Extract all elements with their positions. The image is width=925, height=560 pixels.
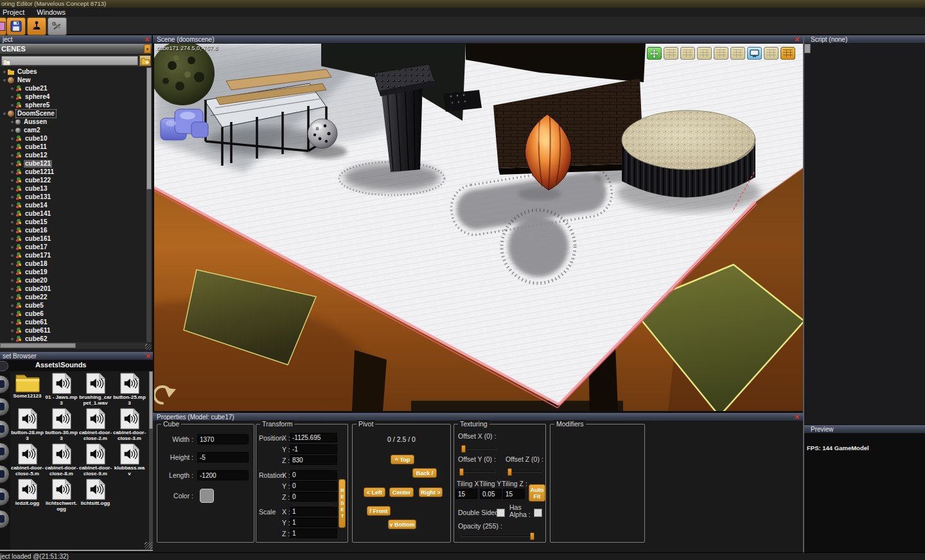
pivot-right-button[interactable]: Right >: [419, 487, 443, 497]
tree-item[interactable]: cube131: [0, 193, 146, 201]
expander-dot[interactable]: [11, 238, 13, 240]
expander-dot[interactable]: [11, 137, 13, 140]
asset-item[interactable]: button-25.mp3: [113, 372, 146, 408]
color-swatch[interactable]: [200, 489, 214, 503]
menu-windows[interactable]: Windows: [31, 8, 71, 17]
expander-dot[interactable]: [11, 129, 13, 132]
scene-toolbar-button[interactable]: [697, 47, 712, 60]
expander-dot[interactable]: [11, 96, 13, 98]
tiling-x-field[interactable]: [455, 489, 477, 499]
tree-item[interactable]: cube201: [0, 284, 146, 293]
asset-item[interactable]: button-28.mp3: [11, 408, 44, 443]
has-alpha-checkbox[interactable]: [534, 509, 542, 517]
scene-toolbar-button[interactable]: [747, 47, 762, 60]
asset-side-button[interactable]: [0, 510, 10, 529]
asset-item[interactable]: Some12123: [11, 372, 44, 408]
offset-y-slider[interactable]: [459, 468, 496, 475]
menu-project[interactable]: Project: [0, 8, 30, 17]
pivot-center-button[interactable]: Center: [389, 487, 414, 497]
tree-item[interactable]: cube12: [0, 151, 146, 159]
asset-back-button[interactable]: [0, 361, 8, 371]
tree-item[interactable]: sphere4: [0, 92, 146, 101]
position-x-field[interactable]: [290, 433, 337, 442]
new-button[interactable]: [0, 17, 6, 35]
asset-item[interactable]: 01 - Jaws.mp3: [45, 372, 78, 408]
asset-item[interactable]: klubbass.wav: [113, 443, 146, 478]
asset-item[interactable]: brushing_carpet_1.wav: [79, 372, 112, 408]
expander-dot[interactable]: [11, 162, 13, 165]
tree-item[interactable]: cube5: [0, 301, 146, 310]
pivot-top-button[interactable]: ^ Top: [391, 455, 414, 464]
expander-dot[interactable]: [11, 304, 13, 307]
tree-item[interactable]: sphere5: [0, 101, 146, 109]
height-field[interactable]: [197, 452, 249, 462]
expander-dot[interactable]: [11, 221, 13, 223]
expander-dot[interactable]: [11, 279, 13, 282]
tree-item[interactable]: cube19: [0, 268, 146, 276]
tree-item[interactable]: cube121: [0, 159, 146, 168]
asset-item[interactable]: lichtsitt.ogg: [79, 478, 112, 514]
scene-filter-input[interactable]: [1, 56, 138, 66]
expander-dot[interactable]: [3, 71, 6, 73]
opacity-slider[interactable]: [461, 532, 534, 539]
asset-item[interactable]: cabinet-door-close-8.m: [45, 443, 78, 478]
tree-vscrollbar[interactable]: [146, 67, 152, 342]
scenes-dropdown-button[interactable]: ▾: [144, 44, 151, 53]
expander-dot[interactable]: [11, 271, 13, 274]
expander-dot[interactable]: [11, 246, 13, 249]
scene-toolbar-button[interactable]: [764, 47, 779, 60]
tree-item[interactable]: cube22: [0, 293, 146, 301]
pivot-front-button[interactable]: / Front: [367, 506, 391, 516]
scene-toolbar-button[interactable]: [680, 47, 695, 60]
tree-item[interactable]: cube141: [0, 209, 146, 218]
reset-button[interactable]: RESET: [339, 479, 346, 528]
add-scene-button[interactable]: [139, 55, 151, 66]
scene-toolbar-button[interactable]: [780, 47, 795, 60]
asset-item[interactable]: cabinet-door-close-3.m: [113, 408, 146, 443]
tools-button[interactable]: [48, 17, 67, 35]
position-y-field[interactable]: [290, 444, 337, 454]
scale-x-field[interactable]: [290, 507, 337, 516]
asset-side-button[interactable]: [0, 375, 10, 394]
expander-dot[interactable]: [11, 296, 13, 299]
tree-item[interactable]: cube611: [0, 326, 146, 335]
tree-item[interactable]: cube122: [0, 176, 146, 184]
close-icon[interactable]: ✕: [145, 35, 150, 44]
tree-item[interactable]: cube11: [0, 143, 146, 151]
rotation-y-field[interactable]: [290, 481, 337, 491]
tree-item[interactable]: cube18: [0, 259, 146, 268]
length-field[interactable]: [197, 470, 249, 480]
save-button[interactable]: [6, 17, 26, 35]
tree-item[interactable]: cube14: [0, 201, 146, 209]
expander-dot[interactable]: [11, 254, 13, 257]
expander-dot[interactable]: [11, 104, 13, 107]
rotation-x-field[interactable]: [290, 470, 337, 480]
expander-dot[interactable]: [11, 146, 13, 148]
tree-item[interactable]: New: [0, 76, 146, 84]
tree-item[interactable]: DoomScene: [0, 109, 146, 118]
offset-x-slider[interactable]: [461, 445, 497, 451]
tree-item[interactable]: cube21: [0, 84, 146, 92]
scale-z-field[interactable]: [290, 529, 337, 538]
expander-dot[interactable]: [11, 179, 13, 182]
tree-item[interactable]: cube16: [0, 226, 146, 234]
expander-dot[interactable]: [11, 154, 13, 157]
expander-dot[interactable]: [11, 171, 13, 173]
expander-dot[interactable]: [11, 87, 13, 90]
scene-toolbar-button[interactable]: [664, 47, 678, 60]
expander-dot[interactable]: [11, 263, 13, 265]
tree-item[interactable]: cube62: [0, 335, 146, 342]
asset-side-button[interactable]: [0, 442, 10, 461]
asset-item[interactable]: cabinet-door-close-9.m: [79, 443, 112, 478]
tree-item[interactable]: cube15: [0, 218, 146, 226]
asset-resize-grip[interactable]: [145, 542, 152, 549]
expander-dot[interactable]: [3, 79, 6, 82]
asset-item[interactable]: cabinet-door-close-5.m: [11, 443, 44, 478]
panel-splitter[interactable]: [803, 35, 804, 560]
expander-dot[interactable]: [11, 338, 13, 340]
scenes-header[interactable]: CENES ▾: [0, 44, 152, 55]
tree-item[interactable]: cube6: [0, 310, 146, 318]
scene-toolbar-button[interactable]: [647, 47, 662, 60]
tree-item[interactable]: cube13: [0, 184, 146, 193]
pivot-bottom-button[interactable]: v Bottom: [388, 520, 416, 529]
